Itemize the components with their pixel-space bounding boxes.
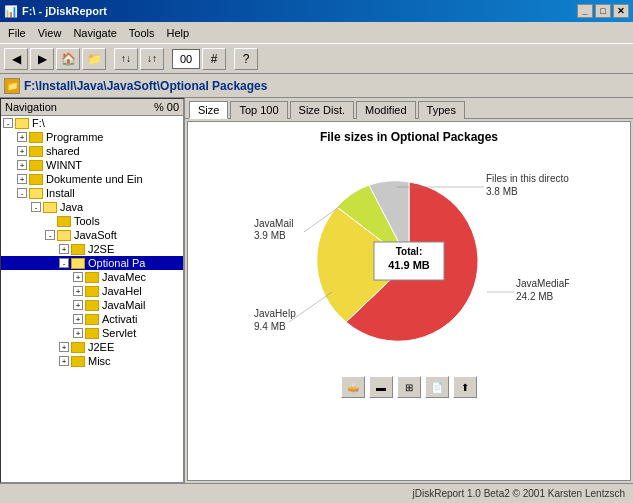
status-text: jDiskReport 1.0 Beta2 © 2001 Karsten Len… — [413, 488, 626, 499]
svg-text:3.8 MB: 3.8 MB — [486, 186, 518, 197]
tab-types[interactable]: Types — [418, 101, 465, 119]
file-button[interactable]: 📄 — [425, 376, 449, 398]
tree-label-j2ee: J2EE — [88, 341, 114, 353]
tree-item-optionalpkg[interactable]: -Optional Pa — [1, 256, 183, 270]
svg-text:3.9 MB: 3.9 MB — [254, 230, 286, 241]
folder-button[interactable]: 📁 — [82, 48, 106, 70]
expand-servlet[interactable]: + — [73, 328, 83, 338]
expand-j2se[interactable]: + — [59, 244, 69, 254]
svg-text:JavaMediaFramework: JavaMediaFramework — [516, 278, 569, 289]
expand-javasoft[interactable]: - — [45, 230, 55, 240]
expand-install[interactable]: - — [17, 188, 27, 198]
tree-item-shared[interactable]: +shared — [1, 144, 183, 158]
expand-java[interactable]: - — [31, 202, 41, 212]
folder-icon-misc — [71, 356, 85, 367]
menu-item-tools[interactable]: Tools — [123, 25, 161, 41]
tree-label-misc: Misc — [88, 355, 111, 367]
menubar: FileViewNavigateToolsHelp — [0, 22, 633, 44]
tree-item-programme[interactable]: +Programme — [1, 130, 183, 144]
tree-label-dokumente: Dokumente und Ein — [46, 173, 143, 185]
tree-item-tools[interactable]: Tools — [1, 214, 183, 228]
tree-item-javasoft[interactable]: -JavaSoft — [1, 228, 183, 242]
back-button[interactable]: ◀ — [4, 48, 28, 70]
expand-misc[interactable]: + — [59, 356, 69, 366]
tree-container[interactable]: -F:\+Programme+shared+WINNT+Dokumente un… — [1, 116, 183, 482]
tree-item-javamef[interactable]: +JavaMec — [1, 270, 183, 284]
folder-icon-dokumente — [29, 174, 43, 185]
home-button[interactable]: 🏠 — [56, 48, 80, 70]
expand-activati[interactable]: + — [73, 314, 83, 324]
expand-shared[interactable]: + — [17, 146, 27, 156]
tree-label-tools: Tools — [74, 215, 100, 227]
menu-item-navigate[interactable]: Navigate — [67, 25, 122, 41]
expand-j2ee[interactable]: + — [59, 342, 69, 352]
folder-icon-fcolon — [15, 118, 29, 129]
maximize-button[interactable]: □ — [595, 4, 611, 18]
tree-label-install: Install — [46, 187, 75, 199]
expand-javamef[interactable]: + — [73, 272, 83, 282]
tree-label-activati: Activati — [102, 313, 137, 325]
minimize-button[interactable]: _ — [577, 4, 593, 18]
close-button[interactable]: ✕ — [613, 4, 629, 18]
svg-text:JavaMail: JavaMail — [254, 218, 293, 229]
table-view-button[interactable]: ⊞ — [397, 376, 421, 398]
tab-size-dist.[interactable]: Size Dist. — [290, 101, 354, 119]
bar-view-button[interactable]: ▬ — [369, 376, 393, 398]
tree-item-java[interactable]: -Java — [1, 200, 183, 214]
folder-icon-activati — [85, 314, 99, 325]
tree-label-javamail: JavaMail — [102, 299, 145, 311]
expand-winnt[interactable]: + — [17, 160, 27, 170]
forward-button[interactable]: ▶ — [30, 48, 54, 70]
menu-item-help[interactable]: Help — [161, 25, 196, 41]
expand-programme[interactable]: + — [17, 132, 27, 142]
tree-item-winnt[interactable]: +WINNT — [1, 158, 183, 172]
tree-label-optionalpkg: Optional Pa — [88, 257, 145, 269]
help-button[interactable]: ? — [234, 48, 258, 70]
pie-view-button[interactable]: 🥧 — [341, 376, 365, 398]
expand-fcolon[interactable]: - — [3, 118, 13, 128]
menu-item-view[interactable]: View — [32, 25, 68, 41]
pie-svg: Total: 41.9 MB Files in this directory 3… — [249, 152, 569, 372]
expand-optionalpkg[interactable]: - — [59, 258, 69, 268]
nav-pct: % 00 — [154, 101, 179, 113]
num-input[interactable] — [172, 49, 200, 69]
expand-dokumente[interactable]: + — [17, 174, 27, 184]
folder-icon-install — [29, 188, 43, 199]
main-content: Navigation % 00 -F:\+Programme+shared+WI… — [0, 98, 633, 483]
svg-text:JavaHelp: JavaHelp — [254, 308, 296, 319]
tree-item-fcolon[interactable]: -F:\ — [1, 116, 183, 130]
expand-javamail[interactable]: + — [73, 300, 83, 310]
statusbar: jDiskReport 1.0 Beta2 © 2001 Karsten Len… — [0, 483, 633, 503]
tab-top-100[interactable]: Top 100 — [230, 101, 287, 119]
sort-desc-button[interactable]: ↓↑ — [140, 48, 164, 70]
folder-icon-javamef — [85, 272, 99, 283]
up-button[interactable]: ⬆ — [453, 376, 477, 398]
tree-label-javahelp: JavaHel — [102, 285, 142, 297]
sort-asc-button[interactable]: ↑↓ — [114, 48, 138, 70]
tree-item-servlet[interactable]: +Servlet — [1, 326, 183, 340]
tree-item-javahelp[interactable]: +JavaHel — [1, 284, 183, 298]
titlebar-controls: _ □ ✕ — [577, 4, 629, 18]
tab-modified[interactable]: Modified — [356, 101, 416, 119]
right-panel: SizeTop 100Size Dist.ModifiedTypes File … — [185, 98, 633, 483]
tree-item-misc[interactable]: +Misc — [1, 354, 183, 368]
folder-icon-javamail — [85, 300, 99, 311]
tree-item-j2se[interactable]: +J2SE — [1, 242, 183, 256]
folder-icon-j2se — [71, 244, 85, 255]
tree-item-j2ee[interactable]: +J2EE — [1, 340, 183, 354]
tree-item-install[interactable]: -Install — [1, 186, 183, 200]
tree-item-javamail[interactable]: +JavaMail — [1, 298, 183, 312]
tree-item-dokumente[interactable]: +Dokumente und Ein — [1, 172, 183, 186]
svg-text:9.4 MB: 9.4 MB — [254, 321, 286, 332]
folder-icon-tools — [57, 216, 71, 227]
expand-javahelp[interactable]: + — [73, 286, 83, 296]
hash-button[interactable]: # — [202, 48, 226, 70]
tab-size[interactable]: Size — [189, 101, 228, 119]
tree-label-j2se: J2SE — [88, 243, 114, 255]
menu-item-file[interactable]: File — [2, 25, 32, 41]
tree-label-javamef: JavaMec — [102, 271, 146, 283]
tree-item-activati[interactable]: +Activati — [1, 312, 183, 326]
tree-label-shared: shared — [46, 145, 80, 157]
folder-icon-javahelp — [85, 286, 99, 297]
pie-chart: Total: 41.9 MB Files in this directory 3… — [249, 152, 569, 372]
